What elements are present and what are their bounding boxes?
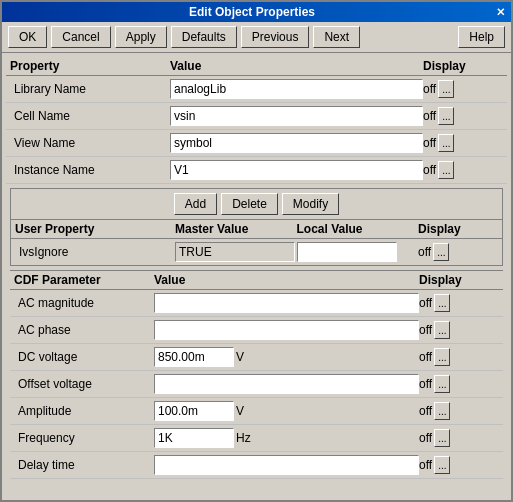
ivs-ignore-display: off ... [418,243,498,261]
ac-phase-display: off ... [419,321,499,339]
cdf-header: CDF Parameter Value Display [10,270,503,290]
frequency-display-btn[interactable]: ... [434,429,450,447]
amplitude-label: Amplitude [14,404,154,418]
ac-phase-label: AC phase [14,323,154,337]
cell-name-display-btn[interactable]: ... [438,107,454,125]
ac-phase-display-btn[interactable]: ... [434,321,450,339]
table-row: AC phase off ... [10,317,503,344]
library-name-input[interactable] [170,79,423,99]
cancel-button[interactable]: Cancel [51,26,110,48]
user-property-col: User Property [15,222,175,236]
amplitude-value-cell: V [154,401,419,421]
close-button[interactable]: ✕ [496,6,505,19]
ac-magnitude-label: AC magnitude [14,296,154,310]
library-name-off: off [423,82,436,96]
frequency-value-cell: Hz [154,428,419,448]
amplitude-off: off [419,404,432,418]
user-property-toolbar: Add Delete Modify [11,189,502,219]
table-row: Frequency Hz off ... [10,425,503,452]
value-col-header: Value [170,59,423,73]
frequency-unit: Hz [236,431,251,445]
ac-phase-input[interactable] [154,320,419,340]
cdf-value-col: Value [154,273,419,287]
amplitude-input[interactable] [154,401,234,421]
ac-magnitude-input[interactable] [154,293,419,313]
delete-button[interactable]: Delete [221,193,278,215]
ac-magnitude-value-cell [154,293,419,313]
library-name-value-cell [170,79,423,99]
frequency-display: off ... [419,429,499,447]
ivs-ignore-local-cell [297,242,419,262]
ac-magnitude-off: off [419,296,432,310]
cdf-display-col: Display [419,273,499,287]
amplitude-display-btn[interactable]: ... [434,402,450,420]
dc-voltage-label: DC voltage [14,350,154,364]
ok-button[interactable]: OK [8,26,47,48]
ivs-ignore-master-cell [175,242,297,262]
ivs-ignore-label: IvsIgnore [15,245,175,259]
offset-voltage-display-btn[interactable]: ... [434,375,450,393]
dc-voltage-unit: V [236,350,244,364]
table-row: IvsIgnore off ... [11,239,502,265]
delay-time-input[interactable] [154,455,419,475]
instance-name-label: Instance Name [10,163,170,177]
amplitude-unit: V [236,404,244,418]
view-name-input[interactable] [170,133,423,153]
dc-voltage-display-btn[interactable]: ... [434,348,450,366]
dc-voltage-value-cell: V [154,347,419,367]
instance-name-display: off ... [423,161,503,179]
table-row: View Name off ... [6,130,507,157]
cell-name-value-cell [170,106,423,126]
previous-button[interactable]: Previous [241,26,310,48]
dc-voltage-off: off [419,350,432,364]
table-row: Offset voltage off ... [10,371,503,398]
user-property-section: Add Delete Modify User Property Master V… [10,188,503,266]
modify-button[interactable]: Modify [282,193,339,215]
instance-name-value-cell [170,160,423,180]
local-value-col: Local Value [297,222,419,236]
window-title: Edit Object Properties [8,5,496,19]
table-row: Delay time off ... [10,452,503,479]
table-row: AC magnitude off ... [10,290,503,317]
delay-time-label: Delay time [14,458,154,472]
library-name-display-btn[interactable]: ... [438,80,454,98]
offset-voltage-display: off ... [419,375,499,393]
table-row: Instance Name off ... [6,157,507,184]
apply-button[interactable]: Apply [115,26,167,48]
help-button[interactable]: Help [458,26,505,48]
delay-time-display-btn[interactable]: ... [434,456,450,474]
defaults-button[interactable]: Defaults [171,26,237,48]
dc-voltage-input[interactable] [154,347,234,367]
dc-voltage-display: off ... [419,348,499,366]
table-row: Amplitude V off ... [10,398,503,425]
offset-voltage-off: off [419,377,432,391]
instance-name-display-btn[interactable]: ... [438,161,454,179]
content-area: Property Value Display Library Name off … [2,53,511,500]
add-button[interactable]: Add [174,193,217,215]
delay-time-value-cell [154,455,419,475]
table-row: Cell Name off ... [6,103,507,130]
cell-name-input[interactable] [170,106,423,126]
next-button[interactable]: Next [313,26,360,48]
frequency-input[interactable] [154,428,234,448]
ac-magnitude-display: off ... [419,294,499,312]
cell-name-label: Cell Name [10,109,170,123]
user-property-header: User Property Master Value Local Value D… [11,219,502,239]
display-col: Display [418,222,498,236]
ivs-ignore-display-btn[interactable]: ... [433,243,449,261]
offset-voltage-input[interactable] [154,374,419,394]
instance-name-input[interactable] [170,160,423,180]
instance-name-off: off [423,163,436,177]
ac-magnitude-display-btn[interactable]: ... [434,294,450,312]
ivs-ignore-master-input[interactable] [175,242,295,262]
toolbar: OK Cancel Apply Defaults Previous Next H… [2,22,511,53]
table-row: Library Name off ... [6,76,507,103]
table-row: DC voltage V off ... [10,344,503,371]
title-bar: Edit Object Properties ✕ [2,2,511,22]
view-name-display-btn[interactable]: ... [438,134,454,152]
ac-phase-off: off [419,323,432,337]
ivs-ignore-local-input[interactable] [297,242,397,262]
prop-col-header: Property [10,59,170,73]
view-name-display: off ... [423,134,503,152]
properties-section: Property Value Display Library Name off … [6,57,507,184]
